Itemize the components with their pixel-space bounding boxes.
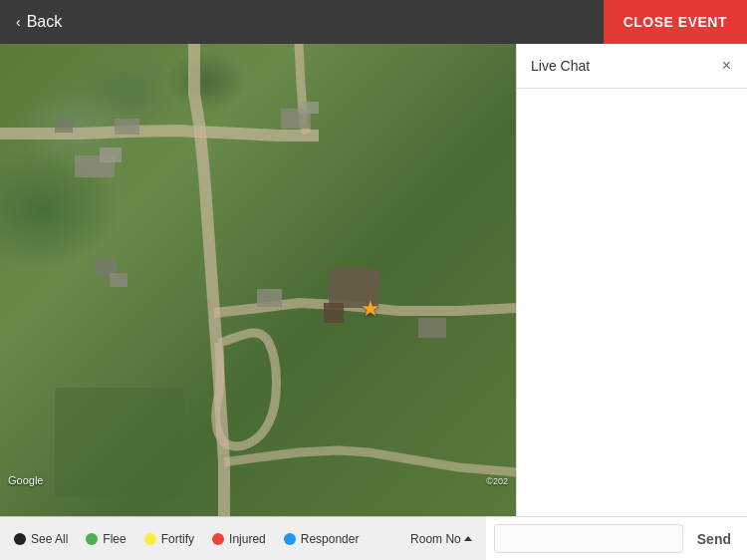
chat-title: Live Chat: [531, 58, 590, 74]
toolbar-flee[interactable]: Flee: [78, 528, 133, 550]
flee-dot: [86, 533, 98, 545]
room-no-label: Room No: [410, 532, 461, 546]
chat-panel: Live Chat ×: [516, 44, 747, 516]
see-all-dot: [14, 533, 26, 545]
main-area: ★ Google ©202 Live Chat ×: [0, 44, 747, 516]
svg-rect-3: [115, 119, 139, 135]
toolbar-see-all[interactable]: See All: [6, 528, 76, 550]
svg-rect-8: [324, 303, 344, 323]
chat-messages-area[interactable]: [517, 89, 747, 516]
responder-dot: [284, 533, 296, 545]
svg-rect-11: [299, 102, 319, 114]
svg-rect-2: [55, 119, 73, 133]
injured-dot: [212, 533, 224, 545]
chevron-up-icon: [464, 536, 472, 541]
chat-header: Live Chat ×: [517, 44, 747, 89]
close-event-button[interactable]: CLOSE EVENT: [604, 0, 747, 44]
svg-rect-12: [55, 388, 184, 497]
toolbar-injured[interactable]: Injured: [204, 528, 274, 550]
google-watermark: Google: [8, 474, 43, 486]
chat-input[interactable]: [494, 524, 683, 553]
map-toolbar: See All Flee Fortify Injured Responder R…: [0, 516, 486, 560]
responder-label: Responder: [301, 532, 360, 546]
fortify-label: Fortify: [161, 532, 194, 546]
location-marker: ★: [361, 298, 380, 320]
send-button[interactable]: Send: [689, 527, 739, 551]
svg-rect-4: [95, 258, 117, 276]
bottom-bar: See All Flee Fortify Injured Responder R…: [0, 516, 747, 560]
svg-rect-9: [418, 318, 446, 338]
copyright-watermark: ©202: [486, 476, 508, 486]
svg-rect-1: [100, 147, 122, 162]
map-roads-overlay: [0, 44, 516, 516]
back-button[interactable]: ‹ Back: [0, 13, 78, 31]
svg-rect-10: [281, 109, 311, 129]
toolbar-responder[interactable]: Responder: [276, 528, 368, 550]
svg-rect-5: [110, 273, 127, 287]
toolbar-fortify[interactable]: Fortify: [136, 528, 202, 550]
map-container[interactable]: ★ Google ©202: [0, 44, 516, 516]
see-all-label: See All: [31, 532, 68, 546]
back-label: Back: [27, 13, 63, 31]
back-icon: ‹: [16, 14, 21, 30]
chat-close-button[interactable]: ×: [720, 56, 733, 76]
app-header: ‹ Back CLOSE EVENT: [0, 0, 747, 44]
fortify-dot: [144, 533, 156, 545]
flee-label: Flee: [103, 532, 125, 546]
svg-rect-0: [75, 155, 115, 177]
room-no-selector[interactable]: Room No: [402, 528, 480, 550]
map-background: [0, 44, 516, 516]
svg-rect-6: [257, 289, 282, 307]
injured-label: Injured: [229, 532, 266, 546]
chat-input-area: Send: [486, 516, 747, 560]
